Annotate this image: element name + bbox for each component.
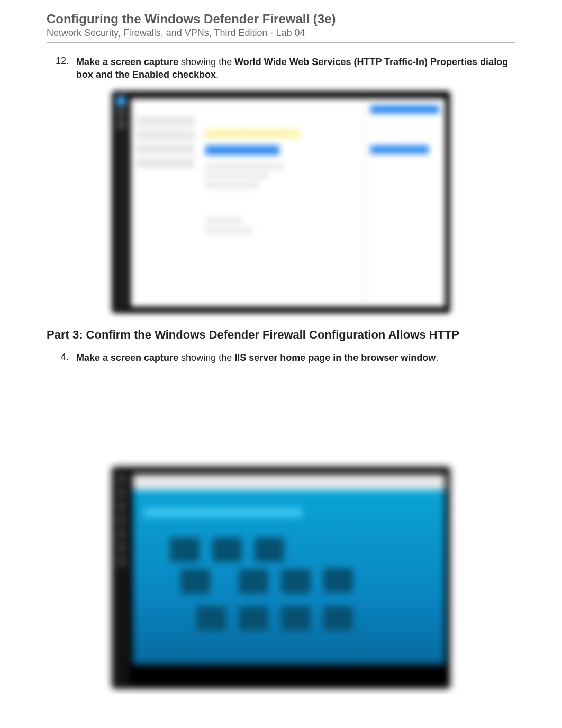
text-bold-tail: IIS server home page in the browser wind… xyxy=(234,352,436,363)
document-title: Configuring the Windows Defender Firewal… xyxy=(47,12,515,26)
section-heading-part3: Part 3: Confirm the Windows Defender Fir… xyxy=(47,328,515,342)
iis-homepage-screenshot xyxy=(112,467,450,689)
item-text: Make a screen capture showing the IIS se… xyxy=(76,351,438,364)
firewall-properties-screenshot xyxy=(112,91,450,313)
item-number: 4. xyxy=(47,351,69,362)
instruction-item-12: 12. Make a screen capture showing the Wo… xyxy=(47,56,515,81)
item-number: 12. xyxy=(47,56,69,67)
text-mid: showing the xyxy=(178,352,234,363)
instruction-item-4: 4. Make a screen capture showing the IIS… xyxy=(47,351,515,364)
text-end: . xyxy=(216,69,219,80)
text-bold-lead: Make a screen capture xyxy=(76,352,178,363)
text-mid: showing the xyxy=(178,57,234,67)
text-bold-lead: Make a screen capture xyxy=(76,57,178,67)
document-subtitle: Network Security, Firewalls, and VPNs, T… xyxy=(47,28,515,39)
page-header: Configuring the Windows Defender Firewal… xyxy=(47,12,515,43)
text-end: . xyxy=(436,352,438,363)
item-text: Make a screen capture showing the World … xyxy=(76,56,515,81)
screenshot-container-1 xyxy=(47,91,515,313)
document-page: Configuring the Windows Defender Firewal… xyxy=(0,12,562,689)
vertical-spacer xyxy=(47,372,515,457)
screenshot-container-2 xyxy=(47,467,515,689)
content-area: 12. Make a screen capture showing the Wo… xyxy=(47,56,515,689)
